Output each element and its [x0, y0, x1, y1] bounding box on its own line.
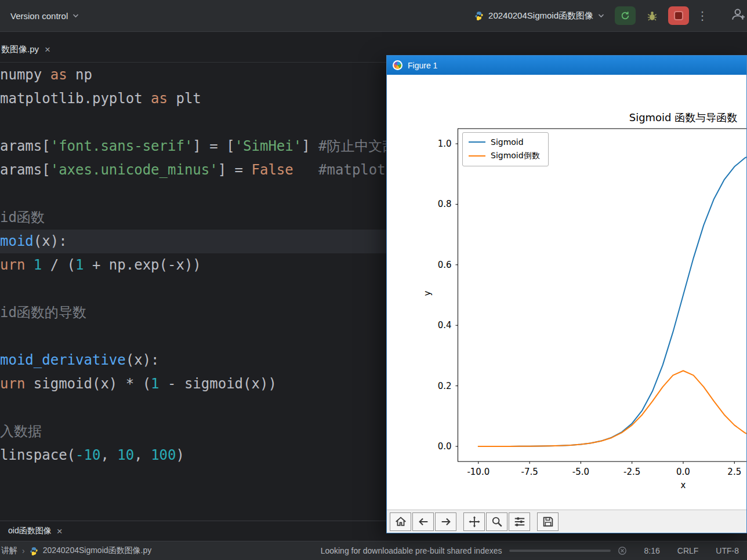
x-axis-label: x: [681, 480, 686, 490]
breadcrumb-file: 20240204Sigmoid函数图像.py: [43, 546, 152, 556]
svg-text:1.0: 1.0: [438, 139, 452, 149]
save-icon: [542, 515, 554, 528]
close-tab-icon[interactable]: ×: [45, 45, 50, 54]
python-icon: [474, 11, 484, 20]
svg-text:-5.0: -5.0: [572, 467, 589, 477]
run-config-selector[interactable]: 20240204Sigmoid函数图像: [470, 8, 609, 24]
pan-icon: [468, 515, 481, 528]
plot-area: -10.0-7.5-5.0-2.50.02.55.07.510.00.00.20…: [387, 75, 746, 510]
legend-label: Sigmoid倒数: [491, 151, 540, 161]
breadcrumb-folder: 讲解: [1, 546, 17, 556]
breadcrumb[interactable]: 讲解 › 20240204Sigmoid函数图像.py: [1, 546, 151, 556]
caret-position-widget[interactable]: 8:16: [644, 546, 660, 555]
status-bar: 讲解 › 20240204Sigmoid函数图像.py Looking for …: [0, 541, 747, 560]
y-axis-label: y: [422, 291, 433, 296]
zoom-icon: [491, 515, 503, 528]
home-icon: [394, 515, 407, 528]
run-tab-label: oid函数图像: [8, 526, 52, 536]
editor-tab[interactable]: 数图像.py ×: [0, 37, 57, 62]
chart-title: Sigmoid 函数与导函数: [629, 111, 738, 125]
back-arrow-icon: [417, 515, 430, 528]
stop-square-icon: [675, 12, 682, 19]
figure-toolbar: [387, 510, 746, 533]
configure-subplots-button[interactable]: [509, 512, 530, 531]
figure-title: Figure 1: [408, 61, 437, 70]
debug-button[interactable]: [641, 6, 662, 25]
zoom-button[interactable]: [486, 512, 507, 531]
svg-text:0.6: 0.6: [438, 260, 452, 270]
svg-text:0.8: 0.8: [438, 199, 452, 209]
svg-text:0.0: 0.0: [676, 467, 690, 477]
legend-line-sample: [469, 141, 485, 143]
svg-text:0.4: 0.4: [438, 320, 452, 330]
more-actions-button[interactable]: ⋮: [695, 7, 710, 24]
svg-text:-2.5: -2.5: [623, 467, 640, 477]
close-run-tab-icon[interactable]: ×: [57, 526, 63, 536]
run-widget: 20240204Sigmoid函数图像 ⋮: [470, 6, 742, 25]
indexing-progress-bar: [509, 550, 611, 552]
forward-arrow-icon: [440, 515, 452, 528]
main-toolbar: Version control 20240204Sigmoid函数图像: [0, 0, 747, 32]
indexing-status-message: Looking for downloadable pre-built share…: [321, 546, 502, 555]
statusbar-right: Looking for downloadable pre-built share…: [321, 546, 739, 555]
forward-button[interactable]: [435, 512, 456, 531]
sliders-icon: [513, 515, 526, 528]
run-config-label: 20240204Sigmoid函数图像: [488, 10, 593, 21]
svg-text:2.5: 2.5: [727, 467, 741, 477]
chevron-down-icon: [72, 13, 79, 18]
figure-titlebar[interactable]: Figure 1: [387, 56, 746, 75]
back-button[interactable]: [412, 512, 434, 531]
svg-text:-7.5: -7.5: [521, 467, 538, 477]
figure-window[interactable]: Figure 1 -10.0-7.5-5.0-2.50.02.55.07.510…: [386, 55, 747, 533]
rerun-icon: [620, 10, 630, 21]
svg-text:0.2: 0.2: [438, 381, 452, 391]
home-button[interactable]: [390, 512, 411, 531]
legend-entry-derivative: Sigmoid倒数: [469, 151, 540, 161]
svg-text:0.0: 0.0: [438, 441, 452, 452]
rerun-button[interactable]: [615, 6, 636, 25]
version-control-widget[interactable]: Version control: [5, 8, 85, 24]
stop-button[interactable]: [668, 6, 689, 25]
cancel-progress-icon[interactable]: [618, 546, 627, 555]
line-separator-widget[interactable]: CRLF: [677, 546, 699, 555]
legend-entry-sigmoid: Sigmoid: [469, 137, 540, 147]
pan-button[interactable]: [463, 512, 485, 531]
python-icon: [30, 547, 38, 555]
run-toolwindow-tab[interactable]: oid函数图像 ×: [2, 526, 68, 536]
add-user-icon[interactable]: [731, 7, 746, 24]
encoding-widget[interactable]: UTF-8: [716, 546, 739, 555]
chevron-down-icon: [598, 13, 604, 18]
legend-line-sample: [469, 155, 485, 157]
chart-legend: Sigmoid Sigmoid倒数: [462, 132, 549, 166]
bug-icon: [647, 10, 658, 21]
save-button[interactable]: [537, 512, 559, 531]
figure-canvas: -10.0-7.5-5.0-2.50.02.55.07.510.00.00.20…: [387, 75, 746, 510]
legend-label: Sigmoid: [491, 137, 524, 147]
version-control-label: Version control: [10, 11, 68, 21]
svg-text:-10.0: -10.0: [467, 467, 489, 477]
matplotlib-icon: [393, 60, 402, 70]
editor-tab-label: 数图像.py: [1, 44, 39, 55]
breadcrumb-separator: ›: [22, 546, 25, 555]
ide-screen: Version control 20240204Sigmoid函数图像: [0, 0, 747, 560]
